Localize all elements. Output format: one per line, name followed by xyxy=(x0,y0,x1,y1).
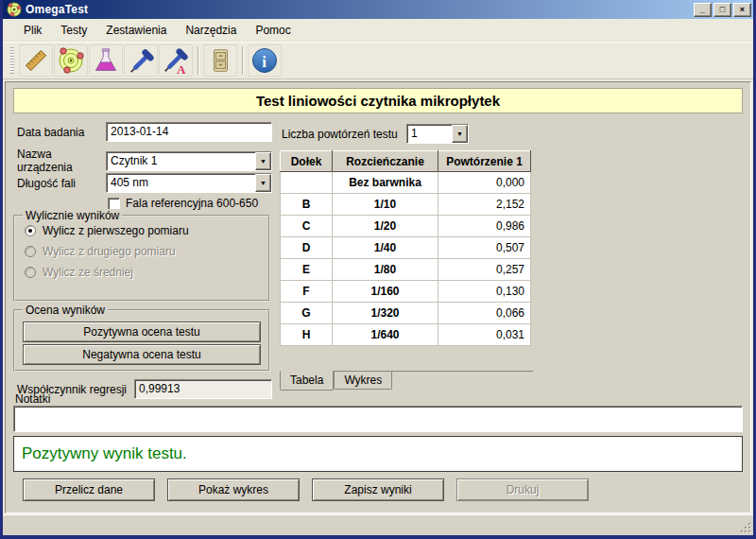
menu-narzedzia[interactable]: Narzędzia xyxy=(176,21,246,40)
pipette-a-icon: A xyxy=(162,46,190,75)
menu-plik[interactable]: Plik xyxy=(14,21,51,40)
tab-wykres[interactable]: Wykres xyxy=(334,372,392,390)
svg-text:i: i xyxy=(262,53,266,71)
ruler-icon xyxy=(22,46,50,75)
notes-textarea[interactable] xyxy=(13,406,743,432)
calc-groupbox: Wylicznie wyników Wylicz z pierwszego po… xyxy=(13,215,270,302)
show-chart-button[interactable]: Pokaż wykres xyxy=(167,478,300,501)
results-table: Dołek Rozcieńczanie Powtórzenie 1 A Bez … xyxy=(280,150,531,346)
toolbar-separator xyxy=(198,46,199,75)
app-body: Plik Testy Zestawienia Narzędzia Pomoc xyxy=(3,19,753,535)
cabinet-toolbar-button[interactable] xyxy=(203,44,237,77)
cabinet-icon xyxy=(206,46,234,75)
status-bar xyxy=(3,514,753,535)
reference-wave-checkbox[interactable] xyxy=(108,198,120,210)
result-panel: Pozytywny wynik testu. xyxy=(13,436,743,472)
window-title: OmegaTest xyxy=(26,3,88,16)
target-toolbar-button[interactable] xyxy=(54,44,88,77)
repeat-count-value: 1 xyxy=(407,125,452,143)
table-row[interactable]: H 1/640 0,031 xyxy=(281,324,531,346)
negative-eval-button[interactable]: Negatywna ocena testu xyxy=(23,344,261,365)
toolbar: A xyxy=(3,42,753,79)
table-header-row: Dołek Rozcieńczanie Powtórzenie 1 xyxy=(281,151,531,172)
test-title: Test liniowości czytnika mikropłytek xyxy=(256,93,500,109)
maximize-button[interactable]: □ xyxy=(713,3,731,17)
radio-second-measurement: Wylicz z drugiego pomiaru xyxy=(25,245,268,258)
flask-icon xyxy=(92,46,120,75)
toolbar-separator-2 xyxy=(242,46,244,75)
table-row[interactable]: F 1/160 0,130 xyxy=(281,281,531,303)
title-bar: OmegaTest _ □ × xyxy=(3,0,753,19)
radio-icon[interactable] xyxy=(25,225,36,236)
eval-group-title: Ocena wyników xyxy=(23,304,108,317)
chevron-down-icon[interactable]: ▼ xyxy=(255,152,271,170)
print-button: Drukuj xyxy=(456,478,589,501)
device-value: Czytnik 1 xyxy=(107,152,255,170)
tab-tabela[interactable]: Tabela xyxy=(280,371,334,391)
app-window: OmegaTest _ □ × Plik Testy Zestawienia N… xyxy=(0,0,756,539)
action-buttons: Przelicz dane Pokaż wykres Zapisz wyniki… xyxy=(23,478,589,501)
col-header-dilution[interactable]: Rozcieńczanie xyxy=(333,151,438,172)
radio-icon xyxy=(25,267,36,278)
test-title-banner: Test liniowości czytnika mikropłytek xyxy=(13,88,743,113)
toolbar-grip xyxy=(10,47,14,74)
info-icon: i xyxy=(249,45,280,76)
radio-icon xyxy=(25,246,36,257)
repeat-count-label: Liczba powtórzeń testu xyxy=(282,128,406,141)
pipette-toolbar-button[interactable] xyxy=(124,44,158,77)
wavelength-value: 405 nm xyxy=(107,174,255,192)
chevron-down-icon[interactable]: ▼ xyxy=(255,174,271,192)
flask-toolbar-button[interactable] xyxy=(89,44,123,77)
menu-pomoc[interactable]: Pomoc xyxy=(246,21,300,40)
save-results-button[interactable]: Zapisz wyniki xyxy=(312,478,444,501)
table-row[interactable]: C 1/20 0,986 xyxy=(281,216,531,237)
col-header-well[interactable]: Dołek xyxy=(281,151,333,172)
device-combobox[interactable]: Czytnik 1 ▼ xyxy=(106,151,272,171)
chevron-down-icon[interactable]: ▼ xyxy=(452,125,468,143)
table-row[interactable]: A Bez barwnika 0,000 xyxy=(281,172,531,194)
calc-group-title: Wylicznie wyników xyxy=(23,209,122,222)
wavelength-label: Długość fali xyxy=(17,177,106,190)
table-row[interactable]: G 1/320 0,066 xyxy=(281,303,531,324)
date-input[interactable]: 2013-01-14 xyxy=(106,122,272,142)
menu-bar: Plik Testy Zestawienia Narzędzia Pomoc xyxy=(3,19,753,42)
menu-zestawienia[interactable]: Zestawienia xyxy=(96,21,176,40)
svg-text:A: A xyxy=(177,62,186,75)
target-icon xyxy=(56,45,86,76)
pipette-icon xyxy=(127,46,155,75)
recalculate-button[interactable]: Przelicz dane xyxy=(23,478,155,501)
wavelength-combobox[interactable]: 405 nm ▼ xyxy=(106,173,272,193)
result-text: Pozytywny wynik testu. xyxy=(22,444,187,463)
radio-first-measurement[interactable]: Wylicz z pierwszego pomiaru xyxy=(25,224,268,237)
device-label: Nazwa urządzenia xyxy=(17,148,106,174)
reference-wave-label: Fala referencyjna 600-650 xyxy=(126,197,258,210)
info-toolbar-button[interactable]: i xyxy=(248,44,282,77)
view-tabstrip: Tabela Wykres xyxy=(280,371,533,391)
notes-label: Notatki xyxy=(15,392,50,406)
regression-value-field: 0,99913 xyxy=(134,379,272,399)
positive-eval-button[interactable]: Pozytywna ocena testu xyxy=(23,322,261,342)
resize-grip-icon[interactable] xyxy=(740,522,752,534)
table-row[interactable]: D 1/40 0,507 xyxy=(281,237,531,259)
close-button[interactable]: × xyxy=(733,3,751,17)
eval-groupbox: Ocena wyników Pozytywna ocena testu Nega… xyxy=(13,309,270,372)
repeat-count-combobox[interactable]: 1 ▼ xyxy=(406,124,469,144)
radio-average: Wylicz ze średniej xyxy=(25,266,268,279)
minimize-button[interactable]: _ xyxy=(694,3,712,17)
app-logo-icon xyxy=(7,2,22,17)
col-header-rep1[interactable]: Powtórzenie 1 xyxy=(438,151,531,172)
ruler-toolbar-button[interactable] xyxy=(19,44,53,77)
date-label: Data badania xyxy=(17,126,106,139)
menu-testy[interactable]: Testy xyxy=(51,21,96,40)
table-row[interactable]: B 1/10 2,152 xyxy=(281,194,531,216)
main-panel: Test liniowości czytnika mikropłytek Dat… xyxy=(5,81,751,513)
well-cell-selected[interactable]: A xyxy=(281,172,333,194)
pipette-a-toolbar-button[interactable]: A xyxy=(159,44,193,77)
table-row[interactable]: E 1/80 0,257 xyxy=(281,259,531,281)
